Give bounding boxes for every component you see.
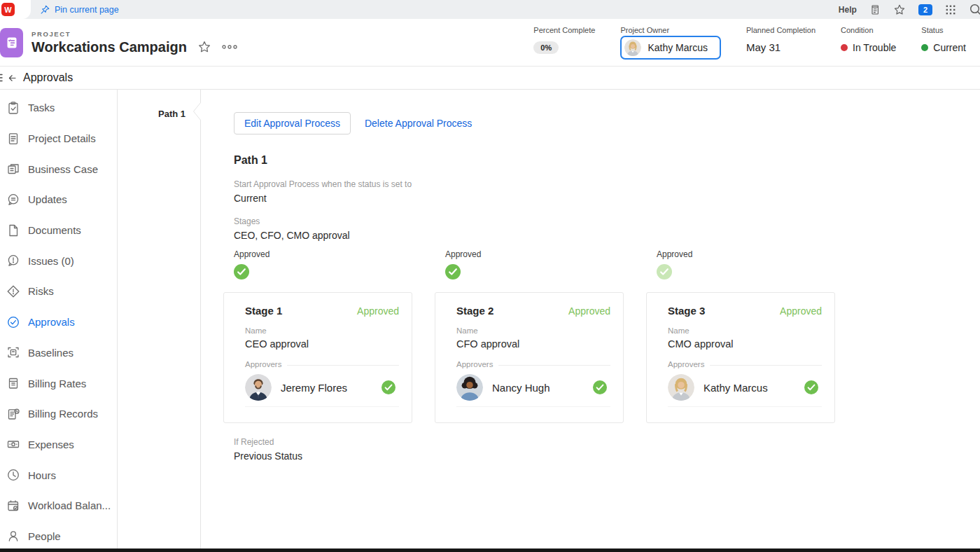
meta-status: Status Current — [921, 26, 966, 60]
project-owner-value: Kathy Marcus — [648, 42, 708, 53]
stages-grid: Approved Approved Approved S — [223, 249, 966, 423]
condition-label: Condition — [841, 26, 896, 34]
bottom-edge-bar — [0, 548, 980, 552]
approver-avatar — [245, 374, 272, 401]
approver-row: Nancy Hugh — [456, 374, 610, 407]
help-button[interactable]: Help — [839, 5, 857, 15]
search-icon[interactable] — [969, 3, 980, 17]
path-1-tab[interactable]: Path 1 — [158, 109, 186, 119]
approved-check-icon — [445, 264, 624, 280]
stages-value: CEO, CFO, CMO approval — [234, 230, 966, 241]
updates-icon — [6, 193, 20, 207]
approvers-label: Approvers — [245, 360, 281, 368]
sidebar-item-people[interactable]: People — [0, 521, 117, 552]
risks-icon — [6, 284, 20, 298]
section-header: Approvals — [0, 67, 980, 90]
meta-project-owner: Project Owner Kathy Marcus — [620, 26, 721, 60]
section-title: Approvals — [23, 71, 73, 84]
sidebar-item-risks[interactable]: Risks — [0, 276, 117, 307]
sidebar-item-business-case[interactable]: Business Case — [0, 153, 117, 184]
approval-process-panel: Edit Approval Process Delete Approval Pr… — [201, 90, 980, 548]
issues-icon — [6, 254, 20, 268]
sidebar-item-tasks[interactable]: Tasks — [0, 92, 117, 123]
more-menu-icon[interactable] — [222, 43, 237, 50]
start-condition-label: Start Approval Process when the status i… — [234, 179, 966, 189]
name-value: CMO approval — [668, 338, 822, 350]
condition-value: In Trouble — [853, 42, 896, 53]
sidebar-item-baselines[interactable]: Baselines — [0, 338, 117, 368]
app-grid-icon[interactable] — [945, 4, 956, 15]
favorites-star-icon[interactable] — [893, 4, 906, 16]
approver-name: Kathy Marcus — [704, 382, 768, 394]
path-title: Path 1 — [234, 154, 966, 167]
sidebar-item-expenses[interactable]: Expenses — [0, 429, 117, 460]
billing-records-icon — [6, 407, 20, 421]
app-logo-tab[interactable]: W — [0, 0, 31, 19]
stage-title: Stage 2 — [456, 305, 493, 317]
tasks-icon — [6, 101, 20, 115]
project-owner-field[interactable]: Kathy Marcus — [620, 36, 721, 60]
approvers-label: Approvers — [668, 360, 704, 368]
baselines-icon — [6, 345, 20, 359]
start-condition-field: Start Approval Process when the status i… — [234, 179, 966, 204]
percent-complete-label: Percent Complete — [533, 26, 595, 34]
notifications-badge[interactable]: 2 — [918, 4, 932, 15]
billing-rates-icon — [6, 376, 20, 390]
stage-3-status-chip: Approved — [646, 249, 835, 280]
top-bar: W Pin current page Help 2 — [0, 0, 980, 19]
meta-condition: Condition In Trouble — [841, 26, 896, 60]
sidebar-item-documents[interactable]: Documents — [0, 215, 117, 246]
if-rejected-value: Previous Status — [234, 450, 966, 462]
approver-avatar — [456, 374, 483, 401]
name-label: Name — [668, 326, 822, 335]
edit-approval-process-button[interactable]: Edit Approval Process — [234, 112, 351, 134]
project-header: PROJECT Workcations Campaign Percent Com… — [0, 19, 980, 67]
sidebar-item-approvals[interactable]: Approvals — [0, 307, 117, 338]
name-value: CFO approval — [456, 338, 610, 350]
condition-dot-icon — [841, 44, 848, 51]
notes-icon[interactable] — [869, 4, 881, 15]
stage-1-status-chip: Approved — [223, 249, 412, 280]
sidebar-item-billing-rates[interactable]: Billing Rates — [0, 368, 117, 399]
sidebar-item-hours[interactable]: Hours — [0, 460, 117, 490]
approver-name: Nancy Hugh — [492, 382, 550, 394]
collapse-panel-icon[interactable] — [0, 72, 6, 83]
sidebar-item-workload-balancer[interactable]: Workload Balan... — [0, 490, 117, 521]
approved-check-icon-faded — [657, 264, 835, 280]
name-value: CEO approval — [245, 338, 399, 350]
stage-title: Stage 1 — [245, 305, 282, 317]
workfront-logo-icon: W — [1, 3, 15, 16]
sidebar-item-issues[interactable]: Issues (0) — [0, 245, 117, 276]
approver-approved-icon — [804, 380, 818, 394]
object-type-label: PROJECT — [31, 30, 237, 38]
pin-label: Pin current page — [55, 5, 119, 15]
approver-approved-icon — [382, 380, 396, 394]
approver-avatar — [668, 374, 694, 401]
business-case-icon — [6, 162, 20, 176]
approver-name: Jeremy Flores — [281, 382, 347, 394]
name-label: Name — [456, 326, 610, 335]
approver-approved-icon — [593, 380, 607, 394]
stage-status: Approved — [357, 305, 399, 317]
project-type-icon — [0, 28, 23, 57]
people-icon — [6, 529, 20, 543]
status-label: Status — [921, 26, 966, 34]
approvals-icon — [6, 315, 20, 329]
hours-icon — [6, 468, 20, 482]
favorite-star-icon[interactable] — [197, 40, 211, 54]
meta-percent-complete: Percent Complete 0% — [533, 26, 595, 60]
page-title: Workcations Campaign — [31, 39, 187, 55]
stage-title: Stage 3 — [668, 305, 705, 317]
sidebar-item-billing-records[interactable]: Billing Records — [0, 399, 117, 429]
stage-status: Approved — [568, 305, 610, 317]
delete-approval-process-button[interactable]: Delete Approval Process — [363, 113, 473, 134]
stage-2-status-chip: Approved — [435, 249, 624, 280]
sidebar-item-project-details[interactable]: Project Details — [0, 123, 117, 154]
back-arrow-icon[interactable] — [7, 73, 18, 83]
sidebar-item-updates[interactable]: Updates — [0, 184, 117, 215]
if-rejected-label: If Rejected — [234, 437, 966, 447]
planned-completion-value: May 31 — [746, 40, 816, 55]
owner-avatar — [624, 39, 641, 56]
status-value: Current — [933, 42, 966, 53]
pin-current-page-button[interactable]: Pin current page — [40, 4, 119, 15]
